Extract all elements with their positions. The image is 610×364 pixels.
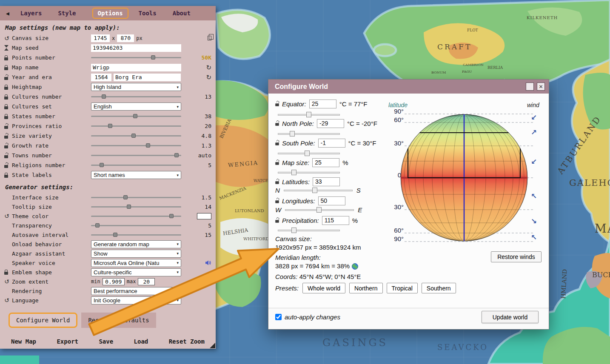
unlock-icon[interactable] [4,136,8,139]
unlock-icon[interactable] [4,145,8,148]
latitudes-input[interactable] [313,177,340,186]
slider-handle[interactable] [133,114,137,118]
slider-track[interactable] [91,155,181,156]
slider-track[interactable] [91,225,181,226]
preset-northern-button[interactable]: Northern [349,283,382,293]
interface-size-slider[interactable] [91,195,181,200]
restore-winds-button[interactable]: Restore winds [491,251,542,262]
slider-handle[interactable] [108,124,112,128]
unlock-icon[interactable] [275,181,279,184]
slider-track[interactable] [91,165,181,166]
north-pole-input[interactable] [317,119,344,128]
close-icon[interactable]: ✕ [537,82,545,91]
canvas-width-input[interactable] [91,34,110,42]
unlock-icon[interactable] [275,142,279,145]
reset-icon[interactable]: ↺ [4,297,9,304]
slider-handle[interactable] [169,214,174,218]
configure-world-button[interactable]: Configure World [9,313,77,328]
auto-apply-row[interactable]: auto-apply changes [275,313,340,321]
south-pole-input[interactable] [318,139,345,148]
wind-arrow[interactable]: ↘ [531,217,537,225]
unlock-icon[interactable] [4,155,8,158]
era-input[interactable] [114,74,181,81]
unlock-icon[interactable] [4,77,8,80]
lock-icon[interactable] [4,106,8,109]
rendering-select[interactable]: Best performance▾ [91,287,181,295]
unlock-icon[interactable] [275,103,279,106]
longitudes-slider[interactable] [285,207,354,213]
lock-icon[interactable] [4,175,8,178]
slider-track[interactable] [91,216,181,217]
year-input[interactable] [91,74,111,81]
reset-icon[interactable]: ↺ [4,35,9,42]
new-map-button[interactable]: New Map [11,338,36,345]
dialog-header[interactable]: Configure World ✕ [268,80,549,94]
save-button[interactable]: Save [99,338,113,345]
religions-number-slider[interactable] [91,162,181,168]
slider-handle[interactable] [146,143,150,148]
slider-track[interactable] [91,125,181,127]
hand-icon[interactable] [206,279,211,284]
unlock-icon[interactable] [275,162,279,165]
map-size-slider[interactable] [278,170,340,176]
map-seed-input[interactable] [91,44,181,52]
growth-rate-slider[interactable] [91,143,181,148]
unlock-icon[interactable] [4,165,8,168]
export-button[interactable]: Export [57,338,78,345]
map-size-input[interactable] [312,158,339,167]
unlock-icon[interactable] [275,200,279,203]
cultures-set-select[interactable]: English▾ [91,102,181,111]
slider-handle[interactable] [291,228,296,233]
update-world-button[interactable]: Update world [482,311,539,323]
zoom-max-input[interactable] [138,278,155,285]
slider-track[interactable] [91,234,181,236]
slider-track[interactable] [91,135,181,136]
maximize-button[interactable] [526,82,534,91]
wind-arrow[interactable]: ↖ [531,233,537,242]
tab-about[interactable]: About [173,10,191,17]
wind-arrow[interactable]: ↙ [531,157,537,166]
theme-color-slider[interactable] [91,213,181,219]
slider-handle[interactable] [131,134,136,138]
wind-arrow[interactable]: ↖ [531,192,537,200]
slider-track[interactable] [278,230,340,231]
tab-layers[interactable]: Layers [20,10,42,17]
emblem-shape-select[interactable]: Culture-specific▾ [91,268,181,276]
tab-style[interactable]: Style [58,10,76,17]
slider-handle[interactable] [174,153,179,157]
speaker-voice-select[interactable]: Microsoft Ava Online (Natu▾ [91,259,181,267]
slider-track[interactable] [91,206,181,208]
reset-icon[interactable]: ↺ [4,278,9,285]
preset-southern-button[interactable]: Southern [422,283,456,293]
panel-resize-handle[interactable] [210,343,215,348]
onload-behavior-select[interactable]: Generate random map▾ [91,240,181,248]
longitudes-input[interactable] [318,196,345,205]
unlock-icon[interactable] [275,123,279,126]
provinces-ratio-slider[interactable] [91,123,181,129]
states-number-slider[interactable] [91,114,181,119]
transparency-slider[interactable] [91,223,181,228]
lock-icon[interactable] [4,97,8,100]
slider-track[interactable] [91,57,181,58]
slider-handle[interactable] [316,207,322,213]
cultures-number-slider[interactable] [91,94,181,100]
wind-arrow[interactable]: ↙ [531,113,537,122]
map-name-input[interactable] [91,64,181,71]
slider-track[interactable] [278,172,340,173]
canvas-height-input[interactable] [117,34,134,42]
slider-handle[interactable] [291,170,296,175]
slider-handle[interactable] [305,151,310,156]
points-number-slider[interactable] [91,55,181,60]
azgaar-assistant-select[interactable]: Show▾ [91,250,181,258]
tooltip-size-slider[interactable] [91,204,181,210]
slider-handle[interactable] [127,205,131,209]
unlock-icon[interactable] [275,220,279,223]
lock-icon[interactable] [4,87,8,90]
slider-handle[interactable] [123,195,128,199]
autosave-interval-slider[interactable] [91,232,181,238]
slider-handle[interactable] [290,131,295,136]
size-variety-slider[interactable] [91,133,181,139]
unlock-icon[interactable] [4,126,8,129]
tab-options[interactable]: Options [92,8,128,19]
south-pole-slider[interactable] [278,151,340,156]
